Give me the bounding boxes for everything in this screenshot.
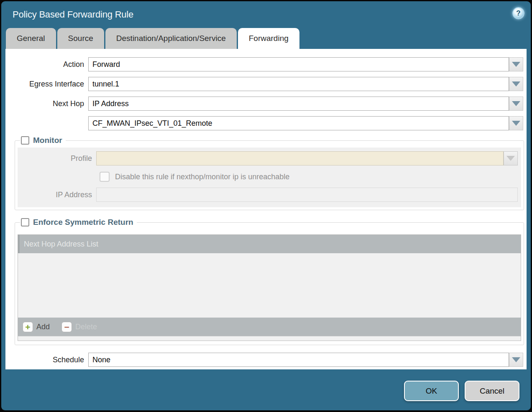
profile-combo — [96, 151, 518, 165]
delete-button-label: Delete — [75, 323, 97, 331]
next-hop-row: Next Hop IP Address — [5, 97, 523, 111]
next-hop-type-dropdown-button[interactable] — [509, 97, 523, 111]
pbf-rule-dialog: Policy Based Forwarding Rule ? General S… — [1, 1, 531, 410]
profile-row: Profile — [18, 151, 518, 165]
next-hop-address-table-body — [18, 253, 521, 318]
forwarding-tab-panel: Action Forward Egress Interface tunnel.1… — [5, 49, 527, 369]
dialog-title: Policy Based Forwarding Rule — [13, 9, 133, 20]
schedule-combo: None — [88, 353, 523, 367]
plus-icon: + — [23, 322, 33, 332]
profile-value — [96, 151, 504, 165]
monitor-ip-row: IP Address — [18, 188, 518, 202]
schedule-value[interactable]: None — [88, 353, 509, 367]
enforce-symmetric-return-checkbox[interactable] — [21, 218, 29, 226]
next-hop-address-value[interactable]: CF_MWAN_IPsec_VTI_01_Remote — [88, 116, 509, 130]
next-hop-label: Next Hop — [5, 99, 88, 108]
title-bar: Policy Based Forwarding Rule ? — [1, 1, 531, 28]
enforce-symmetric-return-legend: Enforce Symmetric Return — [20, 218, 137, 227]
monitor-ip-input — [96, 188, 518, 202]
disable-rule-label: Disable this rule if nexthop/monitor ip … — [115, 173, 289, 181]
table-bottom-strip — [18, 336, 521, 341]
schedule-row: Schedule None — [5, 353, 523, 367]
egress-interface-dropdown-button[interactable] — [509, 77, 523, 91]
disable-rule-row: Disable this rule if nexthop/monitor ip … — [100, 172, 518, 182]
monitor-title: Monitor — [33, 136, 62, 145]
chevron-down-icon — [506, 156, 515, 161]
profile-dropdown-button — [504, 151, 518, 165]
monitor-ip-label: IP Address — [18, 191, 96, 199]
monitor-legend: Monitor — [20, 136, 66, 145]
chevron-down-icon — [512, 357, 520, 362]
action-label: Action — [5, 60, 88, 69]
profile-label: Profile — [18, 154, 96, 163]
help-icon[interactable]: ? — [512, 7, 524, 19]
action-combo: Forward — [88, 57, 523, 71]
action-dropdown-button[interactable] — [509, 57, 523, 71]
chevron-down-icon — [512, 101, 520, 106]
next-hop-address-list-column-header: Next Hop Address List — [18, 235, 521, 253]
question-mark-glyph: ? — [516, 9, 520, 18]
ok-button[interactable]: OK — [404, 381, 459, 401]
enforce-symmetric-return-group: Enforce Symmetric Return Next Hop Addres… — [15, 218, 524, 345]
add-button-label: Add — [36, 323, 50, 331]
monitor-group: Monitor Profile Disable this rule if nex… — [15, 136, 524, 210]
egress-interface-value[interactable]: tunnel.1 — [88, 77, 509, 91]
schedule-label: Schedule — [5, 356, 88, 364]
egress-interface-label: Egress Interface — [5, 80, 88, 89]
tab-source[interactable]: Source — [57, 28, 104, 49]
monitor-body: Profile Disable this rule if nexthop/mon… — [18, 148, 521, 207]
cancel-button[interactable]: Cancel — [465, 381, 519, 401]
next-hop-address-table: Next Hop Address List + Add − Delete — [18, 234, 521, 341]
tab-bar: General Source Destination/Application/S… — [6, 28, 531, 49]
tab-forwarding[interactable]: Forwarding — [238, 28, 299, 49]
minus-icon: − — [61, 322, 72, 332]
next-hop-type-combo: IP Address — [88, 97, 523, 111]
spacer — [5, 345, 527, 353]
spacer — [5, 210, 527, 218]
add-button[interactable]: + Add — [23, 322, 50, 332]
chevron-down-icon — [512, 81, 520, 86]
next-hop-type-value[interactable]: IP Address — [88, 97, 509, 111]
enforce-symmetric-return-title: Enforce Symmetric Return — [33, 218, 133, 227]
table-toolbar: + Add − Delete — [18, 318, 521, 336]
dialog-footer: OK Cancel — [404, 381, 519, 401]
disable-rule-checkbox — [100, 172, 110, 182]
monitor-checkbox[interactable] — [21, 136, 29, 145]
next-hop-address-dropdown-button[interactable] — [509, 116, 523, 130]
egress-interface-row: Egress Interface tunnel.1 — [5, 77, 523, 91]
schedule-dropdown-button[interactable] — [509, 353, 523, 367]
action-row: Action Forward — [5, 57, 523, 71]
delete-button: − Delete — [61, 322, 97, 332]
next-hop-address-row: CF_MWAN_IPsec_VTI_01_Remote — [5, 116, 523, 130]
chevron-down-icon — [512, 121, 520, 126]
next-hop-address-combo: CF_MWAN_IPsec_VTI_01_Remote — [88, 116, 523, 130]
action-value[interactable]: Forward — [88, 57, 509, 71]
tab-general[interactable]: General — [6, 28, 56, 49]
tab-destination-application-service[interactable]: Destination/Application/Service — [105, 28, 237, 49]
egress-interface-combo: tunnel.1 — [88, 77, 523, 91]
chevron-down-icon — [512, 62, 520, 67]
